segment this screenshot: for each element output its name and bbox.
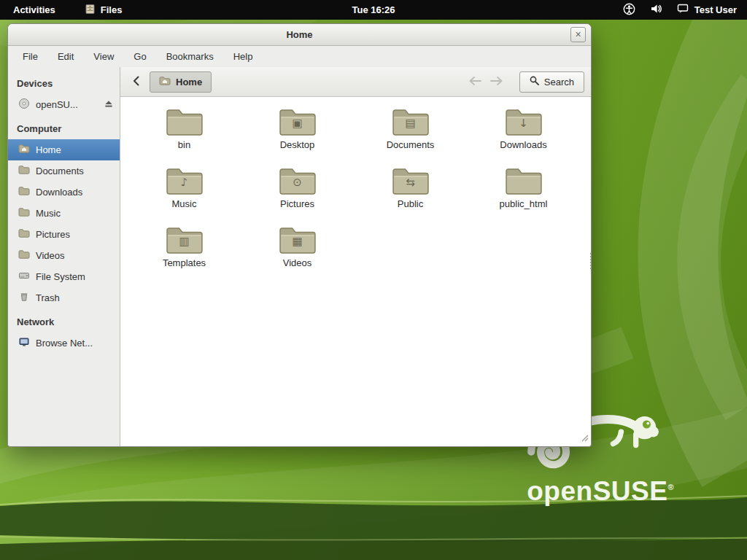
user-menu[interactable]: Test User bbox=[677, 4, 737, 16]
menu-edit[interactable]: Edit bbox=[58, 51, 74, 62]
emblem-public-icon: ⇆ bbox=[392, 177, 430, 188]
search-button-label: Search bbox=[544, 77, 574, 88]
app-menu[interactable]: Files bbox=[85, 4, 123, 17]
history-forward-button[interactable] bbox=[489, 76, 504, 88]
volume-icon[interactable] bbox=[650, 3, 662, 17]
folder-icon: ⊙ bbox=[279, 166, 317, 197]
breadcrumb-home-button[interactable]: Home bbox=[150, 71, 212, 93]
file-label: Pictures bbox=[280, 198, 314, 209]
file-label: Documents bbox=[387, 139, 435, 150]
sidebar-item-label: Downloads bbox=[36, 187, 82, 198]
folder-icon: ♪ bbox=[166, 166, 204, 197]
file-item-documents[interactable]: ▤Documents bbox=[354, 107, 467, 166]
sidebar-item-browse-net[interactable]: Browse Net... bbox=[8, 332, 120, 354]
sidebar-item-trash[interactable]: Trash bbox=[8, 287, 120, 308]
sidebar-section-devices: Devices bbox=[8, 70, 120, 94]
file-label: Videos bbox=[283, 257, 312, 268]
activities-button[interactable]: Activities bbox=[9, 4, 60, 15]
history-forward-icon bbox=[489, 77, 504, 88]
file-label: Music bbox=[172, 198, 197, 209]
main-pane: Home Search bin▣Desktop▤Documents↓Downlo… bbox=[120, 67, 591, 446]
search-button[interactable]: Search bbox=[519, 71, 584, 93]
folder-icon bbox=[505, 166, 543, 197]
sidebar: DevicesopenSU...ComputerHomeDocumentsDow… bbox=[8, 67, 120, 446]
back-button[interactable] bbox=[127, 71, 144, 92]
sidebar-item-opensu[interactable]: openSU... bbox=[8, 94, 120, 115]
file-item-bin[interactable]: bin bbox=[128, 107, 241, 166]
breadcrumb-label: Home bbox=[176, 77, 202, 88]
sidebar-item-downloads[interactable]: Downloads bbox=[8, 182, 120, 203]
folder-icon bbox=[18, 228, 30, 241]
history-back-button[interactable] bbox=[468, 76, 483, 88]
sidebar-item-videos[interactable]: Videos bbox=[8, 245, 120, 266]
sidebar-section-network: Network bbox=[8, 308, 120, 332]
sidebar-item-documents[interactable]: Documents bbox=[8, 160, 120, 182]
emblem-downloads-icon: ↓ bbox=[505, 118, 543, 129]
back-arrow-icon bbox=[132, 75, 140, 89]
sidebar-item-label: Browse Net... bbox=[36, 338, 93, 349]
menu-bookmarks[interactable]: Bookmarks bbox=[166, 51, 214, 62]
trash-icon bbox=[18, 292, 30, 304]
file-grid: bin▣Desktop▤Documents↓Downloads♪Music⊙Pi… bbox=[120, 97, 591, 446]
file-item-downloads[interactable]: ↓Downloads bbox=[467, 107, 580, 166]
clock[interactable]: Tue 16:26 bbox=[352, 4, 395, 15]
sidebar-item-label: Documents bbox=[36, 166, 84, 176]
folder-icon bbox=[18, 207, 30, 219]
menu-help[interactable]: Help bbox=[233, 51, 253, 62]
file-label: Downloads bbox=[500, 139, 546, 150]
emblem-documents-icon: ▤ bbox=[392, 118, 430, 129]
network-icon bbox=[18, 337, 30, 349]
file-item-music[interactable]: ♪Music bbox=[128, 166, 241, 225]
file-label: Public bbox=[398, 198, 423, 209]
eject-icon[interactable] bbox=[104, 99, 113, 110]
folder-icon bbox=[18, 186, 30, 198]
folder-icon: ⇆ bbox=[392, 166, 430, 197]
app-menu-label: Files bbox=[101, 4, 123, 15]
file-item-pictures[interactable]: ⊙Pictures bbox=[241, 166, 354, 225]
file-item-public-html[interactable]: public_html bbox=[467, 166, 580, 225]
menu-file[interactable]: File bbox=[23, 51, 38, 62]
folder-icon: ▤ bbox=[392, 107, 430, 138]
file-label: Templates bbox=[163, 257, 206, 268]
file-item-desktop[interactable]: ▣Desktop bbox=[241, 107, 354, 166]
pane-separator-handle[interactable] bbox=[590, 253, 592, 269]
menu-go[interactable]: Go bbox=[133, 51, 146, 62]
emblem-desktop-icon: ▣ bbox=[279, 118, 317, 129]
user-menu-label: Test User bbox=[694, 4, 737, 15]
menu-view[interactable]: View bbox=[93, 51, 114, 62]
file-item-videos[interactable]: ▦Videos bbox=[241, 225, 354, 284]
sidebar-item-pictures[interactable]: Pictures bbox=[8, 224, 120, 245]
sidebar-item-music[interactable]: Music bbox=[8, 203, 120, 224]
window-body: DevicesopenSU...ComputerHomeDocumentsDow… bbox=[8, 67, 591, 446]
folder-icon: ▦ bbox=[279, 225, 317, 256]
disc-icon bbox=[18, 98, 30, 112]
accessibility-icon[interactable] bbox=[623, 3, 635, 18]
window-resize-grip[interactable] bbox=[580, 432, 589, 445]
folder-icon bbox=[18, 165, 30, 177]
sidebar-item-home[interactable]: Home bbox=[8, 139, 120, 160]
folder-icon: ▣ bbox=[279, 107, 317, 138]
window-title: Home bbox=[286, 29, 312, 40]
history-nav bbox=[468, 76, 504, 88]
emblem-music-icon: ♪ bbox=[166, 177, 204, 188]
opensuse-wordmark: openSUSE® bbox=[517, 478, 674, 505]
window-titlebar[interactable]: Home × bbox=[8, 24, 591, 46]
close-button[interactable]: × bbox=[570, 27, 586, 42]
file-item-public[interactable]: ⇆Public bbox=[354, 166, 467, 225]
registered-mark: ® bbox=[667, 483, 674, 491]
sidebar-item-file-system[interactable]: File System bbox=[8, 266, 120, 287]
sidebar-item-label: Videos bbox=[36, 250, 65, 261]
search-icon bbox=[530, 76, 539, 88]
emblem-videos-icon: ▦ bbox=[279, 236, 317, 247]
sidebar-item-label: File System bbox=[36, 271, 85, 282]
sidebar-section-computer: Computer bbox=[8, 115, 120, 139]
files-app-icon bbox=[85, 4, 96, 17]
file-label: public_html bbox=[500, 198, 548, 209]
status-area: Test User bbox=[623, 3, 747, 18]
file-label: bin bbox=[178, 139, 190, 150]
file-item-templates[interactable]: ▥Templates bbox=[128, 225, 241, 284]
user-chat-icon bbox=[677, 4, 689, 16]
file-label: Desktop bbox=[280, 139, 315, 150]
emblem-templates-icon: ▥ bbox=[166, 236, 204, 247]
drive-icon bbox=[18, 271, 30, 283]
